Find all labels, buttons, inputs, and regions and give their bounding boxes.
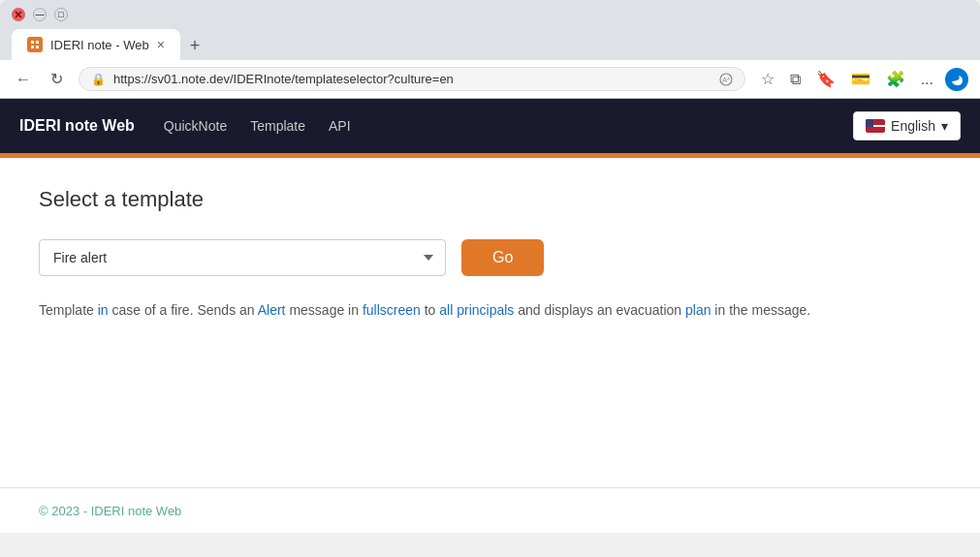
template-dropdown[interactable]: Fire alert Security Alert General Announ… [39,239,446,276]
copyright-text: © 2023 - IDERI note Web [39,504,181,518]
app-window: IDERI note Web QuickNote Template API En… [0,99,980,533]
brand-label: IDERI note Web [19,117,135,135]
svg-rect-5 [36,46,39,48]
nav-links: QuickNote Template API [164,118,853,134]
desc-link-fullscreen[interactable]: fullscreen [363,302,421,318]
tab-bar: IDERI note - Web × + [0,29,980,60]
browser-tab[interactable]: IDERI note - Web × [12,29,180,60]
svg-text:Aᴬ: Aᴬ [722,77,730,83]
read-aloud-icon: Aᴬ [719,73,733,86]
desc-link-all[interactable]: all [439,302,453,318]
template-nav-link[interactable]: Template [250,118,305,134]
language-label: English [891,118,935,134]
navbar: IDERI note Web QuickNote Template API En… [0,99,980,153]
more-button[interactable]: ... [917,67,937,92]
desc-text-1: Template [39,302,98,318]
chevron-down-icon: ▾ [941,118,948,134]
svg-rect-2 [31,41,34,44]
favorites-button[interactable]: 🔖 [812,66,839,92]
go-button[interactable]: Go [461,239,544,276]
window-minimize-button[interactable]: — [33,8,47,21]
footer: © 2023 - IDERI note Web [0,487,980,533]
split-view-button[interactable]: ⧉ [786,67,805,92]
desc-text-2: case of a fire. Sends an [109,302,258,318]
tab-favicon [27,37,43,52]
desc-link-alert[interactable]: Alert [258,302,286,318]
browser-actions: ☆ ⧉ 🔖 💳 🧩 ... [757,66,968,92]
wallet-button[interactable]: 💳 [847,66,874,92]
window-maximize-button[interactable]: □ [54,8,68,21]
desc-text-4: to [421,302,439,318]
window-controls: — □ [12,8,68,21]
desc-text-6: and displays an evacuation [514,302,685,318]
new-tab-button[interactable]: + [182,32,208,60]
star-button[interactable]: ☆ [757,66,778,92]
language-button[interactable]: English ▾ [853,111,961,140]
address-bar: ← ↻ 🔒 https://sv01.note.dev/IDERInote/te… [0,60,980,99]
edge-icon [945,68,968,91]
desc-link-plan[interactable]: plan [685,302,711,318]
tab-title: IDERI note - Web [50,38,149,52]
tab-close-button[interactable]: × [157,37,165,52]
extensions-button[interactable]: 🧩 [882,66,909,92]
svg-rect-3 [36,41,39,44]
title-bar: — □ [0,0,980,29]
back-button[interactable]: ← [12,67,35,92]
svg-rect-4 [31,46,34,48]
template-description: Template in case of a fire. Sends an Ale… [39,299,814,321]
desc-link-principals[interactable]: principals [457,302,514,318]
window-close-button[interactable] [12,8,25,21]
api-nav-link[interactable]: API [329,118,351,134]
browser-chrome: — □ IDERI note - Web × + ← ↻ 🔒 https://s… [0,0,980,99]
refresh-button[interactable]: ↻ [47,66,67,92]
quicknote-nav-link[interactable]: QuickNote [164,118,227,134]
lock-icon: 🔒 [91,73,106,86]
flag-icon [866,119,885,133]
main-content: Select a template Fire alert Security Al… [0,158,980,487]
url-bar[interactable]: 🔒 https://sv01.note.dev/IDERInote/templa… [79,67,745,91]
desc-text-7: in the message. [711,302,810,318]
page-title: Select a template [39,187,941,212]
desc-link-in[interactable]: in [98,302,109,318]
template-selector-row: Fire alert Security Alert General Announ… [39,239,941,276]
url-text: https://sv01.note.dev/IDERInote/template… [113,72,711,86]
desc-text-3: message in [286,302,363,318]
